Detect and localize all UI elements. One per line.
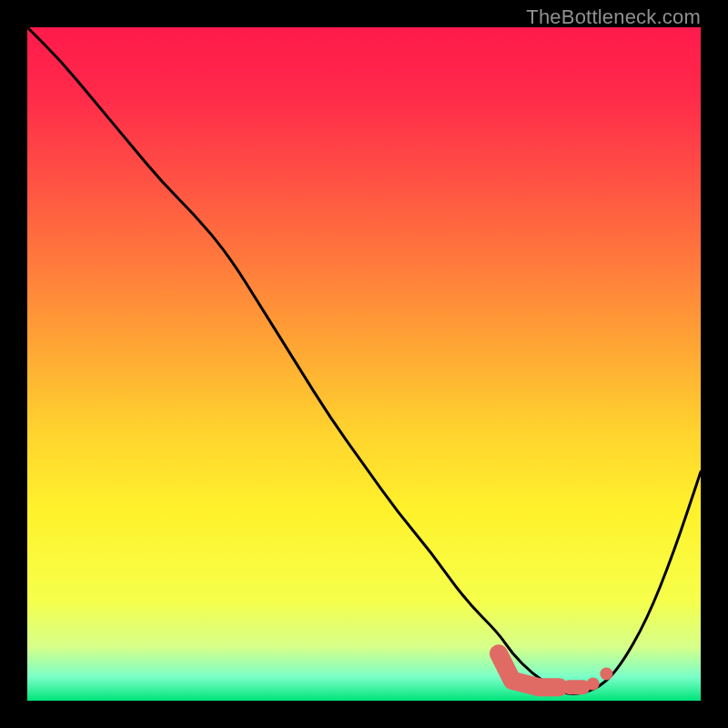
watermark-text: TheBottleneck.com — [526, 5, 701, 29]
markers — [499, 653, 612, 690]
plot-area — [27, 27, 701, 701]
highlight-dot-2 — [600, 667, 612, 680]
chart-svg — [27, 27, 701, 701]
bottleneck-curve — [27, 27, 701, 694]
chart-frame: TheBottleneck.com — [0, 0, 728, 728]
highlight-dot-1 — [587, 678, 600, 691]
